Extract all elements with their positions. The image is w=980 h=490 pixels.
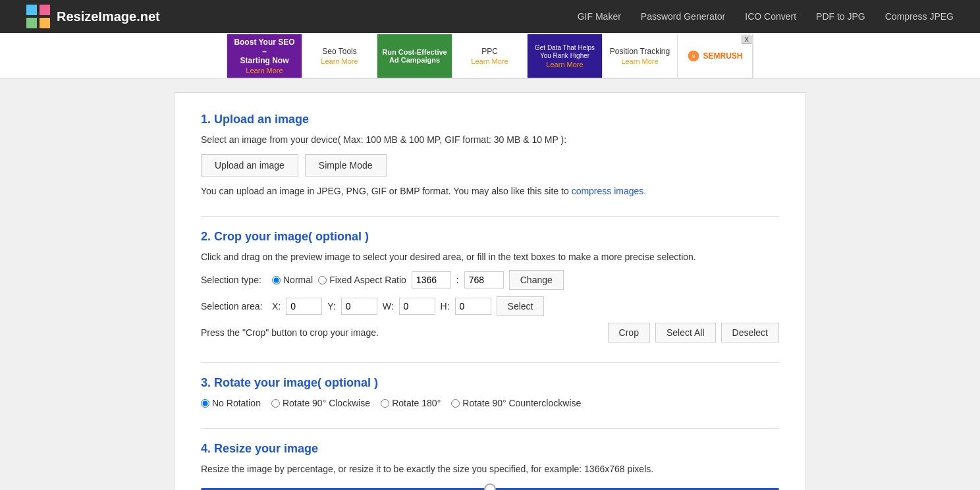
resize-title: 4. Resize your image <box>201 442 779 456</box>
ad-close-button[interactable]: X <box>742 36 751 44</box>
rotate-ccw90-radio[interactable] <box>451 399 460 408</box>
radio-normal-text: Normal <box>283 275 313 285</box>
upload-button-group: Upload an image Simple Mode <box>201 154 779 177</box>
nav-pdf-to-jpg[interactable]: PDF to JPG <box>816 11 865 22</box>
rotate-title: 3. Rotate your image( optional ) <box>201 376 779 390</box>
ad-learn-5[interactable]: Learn More <box>610 57 670 65</box>
h-label: H: <box>441 301 450 312</box>
rotate-ccw90-text: Rotate 90° Counterclockwise <box>462 398 581 408</box>
ad-seg-5: Position Tracking Learn More <box>603 34 678 78</box>
crop-title: 2. Crop your image( optional ) <box>201 230 779 244</box>
radio-normal[interactable] <box>272 276 281 285</box>
selection-type-label: Selection type: <box>201 275 267 285</box>
select-button[interactable]: Select <box>497 296 545 316</box>
rotate-180-radio[interactable] <box>381 399 389 408</box>
upload-title: 1. Upload an image <box>201 113 779 126</box>
logo-icon <box>26 5 50 28</box>
ratio-width-input[interactable] <box>412 271 451 288</box>
ad-seg-3: PPC Learn More <box>452 34 528 78</box>
ad-learn-3[interactable]: Learn More <box>471 57 508 65</box>
separator-2 <box>201 362 779 363</box>
ratio-separator: : <box>456 275 459 285</box>
upload-note: You can upload an image in JPEG, PNG, GI… <box>201 186 779 196</box>
resize-section: 4. Resize your image Resize the image by… <box>201 442 779 490</box>
w-label: W: <box>383 301 394 312</box>
ratio-height-input[interactable] <box>464 271 504 288</box>
rotate-none-text: No Rotation <box>212 398 261 408</box>
x-input[interactable] <box>286 298 322 315</box>
svg-rect-2 <box>26 18 37 28</box>
rotate-cw90-label[interactable]: Rotate 90° Clockwise <box>271 398 370 408</box>
select-all-button[interactable]: Select All <box>655 323 716 342</box>
svg-rect-3 <box>40 18 50 28</box>
crop-desc: Click and drag on the preview image to s… <box>201 252 779 262</box>
resize-desc: Resize the image by percentage, or resiz… <box>201 464 779 474</box>
w-input[interactable] <box>399 298 435 315</box>
ad-learn-1[interactable]: Learn More <box>321 57 358 65</box>
semrush-icon: S <box>687 49 700 63</box>
header: ResizeImage.net GIF Maker Password Gener… <box>0 0 980 33</box>
nav-password-generator[interactable]: Password Generator <box>641 11 725 22</box>
crop-button[interactable]: Crop <box>608 323 650 342</box>
y-label: Y: <box>327 301 335 312</box>
simple-mode-button[interactable]: Simple Mode <box>305 154 387 177</box>
change-button[interactable]: Change <box>509 270 564 290</box>
h-input[interactable] <box>455 298 491 315</box>
selection-area-label: Selection area: <box>201 301 267 312</box>
radio-fixed-label[interactable]: Fixed Aspect Ratio <box>318 275 406 285</box>
ad-wrapper: Boost Your SEO –Starting Now Learn More … <box>227 34 753 78</box>
rotate-cw90-radio[interactable] <box>271 399 280 408</box>
radio-fixed[interactable] <box>318 276 327 285</box>
radio-fixed-text: Fixed Aspect Ratio <box>329 275 406 285</box>
nav-compress-jpeg[interactable]: Compress JPEG <box>885 11 954 22</box>
resize-slider-container <box>201 482 779 490</box>
upload-section: 1. Upload an image Select an image from … <box>201 113 779 196</box>
rotate-180-text: Rotate 180° <box>392 398 441 408</box>
crop-action-row: Press the "Crop" button to crop your ima… <box>201 323 779 342</box>
ad-seg-0: Boost Your SEO –Starting Now Learn More <box>227 34 302 78</box>
upload-desc: Select an image from your device( Max: 1… <box>201 134 779 145</box>
x-label: X: <box>272 301 281 312</box>
rotate-section: 3. Rotate your image( optional ) No Rota… <box>201 376 779 408</box>
rotate-none-label[interactable]: No Rotation <box>201 398 261 408</box>
selection-area-row: Selection area: X: Y: W: H: Select <box>201 296 779 316</box>
compress-images-link[interactable]: compress images. <box>572 186 647 196</box>
ad-banner: Boost Your SEO –Starting Now Learn More … <box>0 33 980 79</box>
y-input[interactable] <box>341 298 377 315</box>
svg-text:S: S <box>692 54 695 59</box>
svg-rect-0 <box>26 5 37 15</box>
radio-normal-label[interactable]: Normal <box>272 275 313 285</box>
site-title: ResizeImage.net <box>57 9 160 24</box>
ad-seg-1: Seo Tools Learn More <box>302 34 377 78</box>
rotate-180-label[interactable]: Rotate 180° <box>381 398 441 408</box>
nav-gif-maker[interactable]: GIF Maker <box>578 11 621 22</box>
upload-image-button[interactable]: Upload an image <box>201 154 298 177</box>
ad-seg-2: Run Cost-EffectiveAd Campaigns <box>377 34 452 78</box>
rotate-options: No Rotation Rotate 90° Clockwise Rotate … <box>201 398 779 408</box>
crop-press-text: Press the "Crop" button to crop your ima… <box>201 327 603 338</box>
main-container: 1. Upload an image Select an image from … <box>174 92 806 490</box>
main-nav: GIF Maker Password Generator ICO Convert… <box>578 11 954 22</box>
ad-seg-4: Get Data That HelpsYou Rank Higher Learn… <box>528 34 603 78</box>
separator-1 <box>201 216 779 217</box>
crop-section: 2. Crop your image( optional ) Click and… <box>201 230 779 342</box>
svg-rect-1 <box>40 5 50 15</box>
logo-area: ResizeImage.net <box>26 5 160 28</box>
deselect-button[interactable]: Deselect <box>721 323 779 342</box>
selection-type-row: Selection type: Normal Fixed Aspect Rati… <box>201 270 779 290</box>
rotate-ccw90-label[interactable]: Rotate 90° Counterclockwise <box>451 398 581 408</box>
separator-3 <box>201 428 779 429</box>
ad-learn-0[interactable]: Learn More <box>231 67 298 74</box>
rotate-none-radio[interactable] <box>201 399 209 408</box>
nav-ico-convert[interactable]: ICO Convert <box>745 11 796 22</box>
ad-learn-4[interactable]: Learn More <box>535 61 595 68</box>
rotate-cw90-text: Rotate 90° Clockwise <box>283 398 370 408</box>
